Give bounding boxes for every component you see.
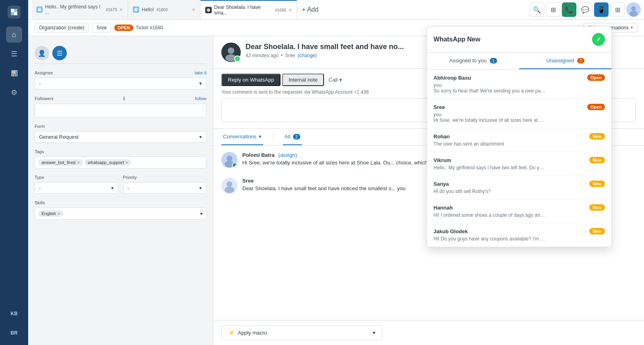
nav-br[interactable]: BR <box>6 325 22 341</box>
wp-conversation-item[interactable]: Hannah New Hi! I ordered some shoes a co… <box>427 199 611 223</box>
nav-kb[interactable]: KB <box>6 306 22 322</box>
skills-expand[interactable]: ▾ <box>200 211 203 217</box>
wp-conversation-item[interactable]: Rohan New The user has sent an attachmen… <box>427 128 611 152</box>
nav-settings[interactable]: ⚙ <box>6 84 22 101</box>
tab-close-1680[interactable]: × <box>289 7 292 13</box>
apps-button[interactable]: ⊞ <box>610 2 625 17</box>
lightning-icon: ⚡ <box>228 330 235 336</box>
wp-conversation-item[interactable]: Sree Open you: Hi Sree, we're totally in… <box>427 99 611 128</box>
tag-whatsapp-support: whatsapp_support × <box>85 159 131 166</box>
type-select[interactable]: - ▾ <box>35 182 118 194</box>
assigned-to-you-tab[interactable]: Assigned to you 1 <box>427 53 519 69</box>
wp-item-header-0: Abhiroop Basu Open <box>433 74 605 81</box>
take-it-link[interactable]: take it <box>195 70 206 75</box>
reply-on-whatsapp-tab[interactable]: Reply on WhatsApp <box>221 74 281 86</box>
nav-home[interactable]: ⌂ <box>6 27 22 43</box>
wp-conversation-item[interactable]: Sanya New Hi do you still sell Rothy's? <box>427 176 611 199</box>
conversation-tab[interactable]: ☰ <box>52 46 67 60</box>
tag-answer-bot-fired: answer_bot_fired × <box>38 159 83 166</box>
call-button-reply[interactable]: Call ▾ <box>329 77 342 83</box>
app-logo[interactable] <box>6 4 22 20</box>
whatsapp-panel-title: WhatsApp New <box>433 36 480 43</box>
tab-1680[interactable]: Dear Shoelala. I have sma... #1680 × <box>200 0 297 19</box>
wp-status-badge-5: New <box>589 204 605 211</box>
wp-conversation-item[interactable]: Jakub Glodek New Hi! Do you guys have an… <box>427 223 611 247</box>
user-avatar[interactable] <box>626 2 641 17</box>
conversations-tab[interactable]: Conversations ▾ <box>221 129 263 145</box>
message-avatar-2 <box>221 178 237 194</box>
priority-field-group: Priority - ▾ <box>123 175 207 194</box>
followers-input[interactable] <box>35 104 206 117</box>
wp-item-preview-3: Hello.. My girlfriend says I have two le… <box>433 165 546 170</box>
chat-button[interactable]: 💬 <box>578 2 592 17</box>
apply-macro-label: Apply macro <box>238 330 267 336</box>
unassigned-tab[interactable]: Unassigned 7 <box>519 53 611 69</box>
call-button[interactable]: 📱 <box>594 2 609 17</box>
remove-tag-whatsapp-support[interactable]: × <box>126 160 128 165</box>
form-select[interactable]: General Request ▾ <box>35 131 206 143</box>
tab-1660[interactable]: Hello! #1660 × <box>128 0 200 19</box>
bottom-bar: ⚡ Apply macro ▾ <box>213 320 644 345</box>
wp-item-header-2: Rohan New <box>433 133 605 140</box>
wp-item-header-3: Vikrum New <box>433 157 605 163</box>
add-tab-button[interactable]: + Add <box>297 6 323 13</box>
svg-point-5 <box>631 6 636 11</box>
whatsapp-icon: ✓ <box>592 33 605 46</box>
assignee-label: Assignee take it <box>35 70 206 75</box>
wp-status-badge-1: Open <box>587 104 605 110</box>
skills-input[interactable]: English × ▾ <box>35 207 206 220</box>
follow-link[interactable]: follow <box>195 96 206 101</box>
search-button[interactable]: 🔍 <box>530 2 544 17</box>
whatsapp-panel-header: WhatsApp New ✓ <box>427 27 611 53</box>
all-tab[interactable]: All 2 <box>283 129 302 145</box>
skills-label: Skills <box>35 200 206 205</box>
apply-macro-button[interactable]: ⚡ Apply macro ▾ <box>221 325 382 340</box>
wp-item-name-5: Hannah <box>433 205 453 211</box>
grid-button[interactable]: ⊞ <box>546 2 560 17</box>
whatsapp-badge: ✓ <box>234 55 241 62</box>
conversations-dropdown-icon: ▾ <box>259 133 262 140</box>
svg-point-8 <box>228 47 234 54</box>
tags-label: Tags <box>35 149 206 154</box>
followers-label: Followers ℹ follow <box>35 96 206 101</box>
phone-button[interactable]: 📞 <box>562 2 576 17</box>
wp-item-name-3: Vikrum <box>433 157 451 163</box>
form-label: Form <box>35 124 206 129</box>
wp-conversation-item[interactable]: Vikrum New Hello.. My girlfriend says I … <box>427 152 611 176</box>
wp-conversation-item[interactable]: Abhiroop Basu Open you: So sorry to hear… <box>427 70 611 99</box>
assign-link-1[interactable]: (assign) <box>279 152 297 158</box>
wp-item-preview-1: Hi Sree, we're totally inclusive of all … <box>433 117 546 123</box>
change-agent-link[interactable]: (change) <box>298 53 317 58</box>
message-sender-2: Sree <box>242 178 405 184</box>
assignee-field-group: Assignee take it - ▾ <box>35 70 206 89</box>
wp-item-header-4: Sanya New <box>433 181 605 187</box>
internal-note-tab[interactable]: Internal note <box>282 74 324 86</box>
requester-avatar-tab[interactable]: 👤 <box>35 46 49 60</box>
assigned-count-badge: 1 <box>490 58 497 64</box>
whatsapp-conversation-list: Abhiroop Basu Open you: So sorry to hear… <box>427 70 611 247</box>
ticket-meta: 42 minutes ago • Sree (change) <box>246 53 404 58</box>
all-count-badge: 2 <box>293 134 300 140</box>
wp-item-content-6: Jakub Glodek New Hi! Do you guys have an… <box>433 228 605 242</box>
remove-skill-english[interactable]: × <box>58 211 60 216</box>
nav-reports[interactable]: 📊 <box>6 65 22 81</box>
breadcrumb-agent[interactable]: Sree <box>92 23 111 33</box>
macro-dropdown-arrow: ▾ <box>373 330 376 336</box>
side-conv-add[interactable]: + <box>630 25 633 31</box>
message-avatar-badge-1 <box>232 162 237 168</box>
tab-close-1679[interactable]: × <box>120 6 123 13</box>
tab-1679[interactable]: Hello.. My girlfriend says I ... #1679 × <box>31 0 128 19</box>
tags-container[interactable]: answer_bot_fired × whatsapp_support × <box>35 156 206 168</box>
breadcrumb-org[interactable]: Organization (create) <box>35 23 89 33</box>
priority-label: Priority <box>123 175 207 180</box>
remove-tag-answer-bot-fired[interactable]: × <box>77 160 79 165</box>
svg-point-1 <box>38 8 41 11</box>
whatsapp-panel: WhatsApp New ✓ Assigned to you 1 Unassig… <box>427 26 612 247</box>
assignee-select[interactable]: - ▾ <box>35 78 206 89</box>
ticket-requester-avatar: ✓ <box>221 43 241 62</box>
svg-point-15 <box>225 187 234 193</box>
priority-select[interactable]: - ▾ <box>123 182 207 194</box>
tab-close-1660[interactable]: × <box>192 6 195 13</box>
skill-english: English × <box>38 210 64 217</box>
nav-tickets[interactable]: ☰ <box>6 46 22 62</box>
